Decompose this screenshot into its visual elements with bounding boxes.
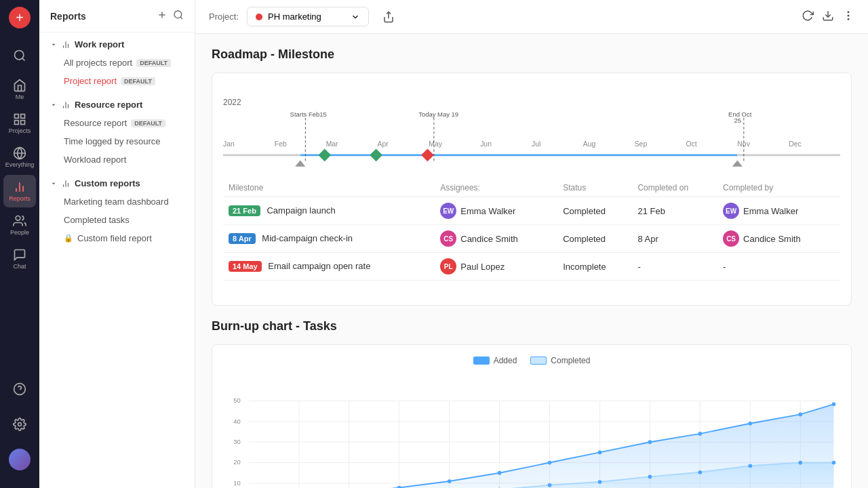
nav-people[interactable]: People [3, 209, 36, 241]
nav-items-top: Me Projects Everything Reports People Ch… [3, 37, 36, 370]
custom-reports-section: Custom reports Marketing team dashboard … [39, 171, 195, 250]
milestone-2-completed-by-avatar: CS [723, 230, 739, 247]
download-button[interactable] [822, 9, 834, 24]
svg-text:Sep: Sep [635, 140, 648, 148]
add-report-button[interactable] [157, 9, 167, 22]
burnup-svg: 0 10 20 30 40 50 [223, 373, 840, 488]
col-assignees: Assignees: [435, 179, 557, 197]
project-selector[interactable]: PH marketing [247, 7, 369, 26]
legend-added: Added [473, 356, 517, 365]
svg-text:Jul: Jul [532, 140, 540, 148]
nav-help[interactable] [3, 373, 36, 405]
nav-reports-label: Reports [9, 195, 31, 202]
resource-report-label: Resource report [75, 100, 142, 110]
resource-report-item[interactable]: Resource report DEFAULT [39, 114, 195, 132]
svg-rect-3 [15, 121, 19, 125]
nav-projects[interactable]: Projects [3, 107, 36, 140]
icon-navigation: + Me Projects Everything Reports People … [0, 0, 39, 488]
svg-marker-52 [295, 160, 305, 166]
svg-text:Dec: Dec [789, 140, 802, 148]
milestone-1-assignee-avatar: EW [440, 203, 456, 219]
marketing-dashboard-label: Marketing team dashboard [64, 197, 169, 207]
svg-text:Mar: Mar [326, 140, 338, 148]
share-button[interactable] [382, 11, 395, 23]
nav-everything-label: Everything [5, 161, 35, 168]
nav-people-label: People [10, 229, 29, 236]
topbar-actions [802, 9, 854, 24]
search-reports-button[interactable] [173, 9, 184, 22]
custom-reports-label: Custom reports [75, 178, 140, 188]
add-button[interactable]: + [9, 7, 31, 28]
content-area: Roadmap - Milestone 2022 Jan Feb Mar Apr… [195, 34, 868, 488]
milestone-1-status: Completed [557, 197, 632, 225]
svg-point-91 [798, 413, 802, 417]
nav-me-label: Me [16, 94, 24, 100]
nav-projects-label: Projects [9, 127, 31, 134]
lock-icon: 🔒 [64, 234, 73, 243]
workload-report-item[interactable]: Workload report [39, 150, 195, 169]
sidebar-header-actions [157, 9, 184, 22]
legend-added-label: Added [494, 356, 517, 365]
milestone-2-completed-by: CS Candice Smith [723, 230, 835, 247]
all-projects-badge: DEFAULT [136, 59, 171, 67]
svg-rect-55 [370, 148, 382, 161]
milestone-row-3: 14 May Email campaign open rate PL Paul … [223, 253, 840, 281]
svg-point-0 [15, 51, 24, 60]
svg-text:Apr: Apr [378, 140, 389, 148]
more-options-button[interactable] [842, 9, 854, 24]
milestone-3-status: Incomplete [557, 253, 632, 281]
work-report-header[interactable]: Work report [39, 35, 195, 54]
timeline: 2022 Jan Feb Mar Apr May Jun Jul Aug Sep… [223, 84, 840, 294]
milestone-3-completed-on: - [632, 253, 717, 281]
all-projects-report-item[interactable]: All projects report DEFAULT [39, 54, 195, 72]
svg-text:40: 40 [233, 418, 241, 425]
project-name: PH marketing [268, 12, 321, 22]
svg-point-88 [648, 440, 652, 444]
milestone-row-2: 8 Apr Mid-campaign check-in CS Candice S… [223, 225, 840, 253]
nav-reports[interactable]: Reports [3, 175, 36, 207]
svg-text:20: 20 [233, 458, 241, 466]
roadmap-title: Roadmap - Milestone [212, 47, 852, 62]
marketing-dashboard-item[interactable]: Marketing team dashboard [39, 192, 195, 211]
svg-point-89 [698, 432, 703, 436]
resource-report-badge: DEFAULT [131, 119, 165, 127]
svg-text:25: 25 [734, 117, 742, 124]
burnup-container: Added Completed 0 10 20 30 40 50 [212, 344, 852, 488]
nav-chat[interactable]: Chat [3, 243, 36, 275]
completed-tasks-item[interactable]: Completed tasks [39, 211, 195, 229]
resource-report-item-label: Resource report [64, 118, 127, 128]
nav-search[interactable] [3, 39, 36, 72]
svg-point-103 [748, 464, 752, 468]
svg-point-86 [548, 461, 552, 465]
milestone-2-status: Completed [557, 225, 632, 253]
milestone-2-badge: 8 Apr [229, 233, 256, 244]
custom-reports-header[interactable]: Custom reports [39, 174, 195, 192]
refresh-button[interactable] [802, 9, 814, 24]
svg-rect-1 [15, 115, 19, 119]
col-completed-by: Completed by [717, 179, 840, 197]
svg-point-105 [832, 461, 836, 465]
nav-me[interactable]: Me [3, 73, 36, 106]
time-logged-item[interactable]: Time logged by resource [39, 132, 195, 150]
svg-point-27 [848, 12, 849, 13]
sidebar-title: Reports [50, 11, 86, 22]
resource-report-header[interactable]: Resource report [39, 96, 195, 114]
nav-settings[interactable] [3, 408, 36, 441]
nav-everything[interactable]: Everything [3, 141, 36, 174]
milestone-3-completed-by: - [717, 253, 840, 281]
nav-avatar[interactable] [3, 443, 36, 476]
project-report-item[interactable]: Project report DEFAULT [39, 72, 195, 90]
svg-point-101 [648, 475, 652, 479]
milestone-1-name: 21 Feb Campaign launch [223, 197, 435, 225]
dropdown-chevron-icon [351, 12, 360, 22]
col-completed-on: Completed on [632, 179, 717, 197]
svg-rect-2 [21, 115, 25, 119]
svg-point-100 [598, 480, 602, 484]
nav-items-bottom [3, 373, 36, 481]
milestone-3-assignee: PL Paul Lopez [440, 258, 552, 274]
legend-completed-color [530, 357, 547, 365]
milestone-2-assignee: CS Candice Smith [440, 230, 552, 247]
svg-rect-4 [21, 121, 25, 125]
legend-added-color [473, 357, 490, 365]
custom-field-report-item[interactable]: 🔒 Custom field report [39, 229, 195, 247]
